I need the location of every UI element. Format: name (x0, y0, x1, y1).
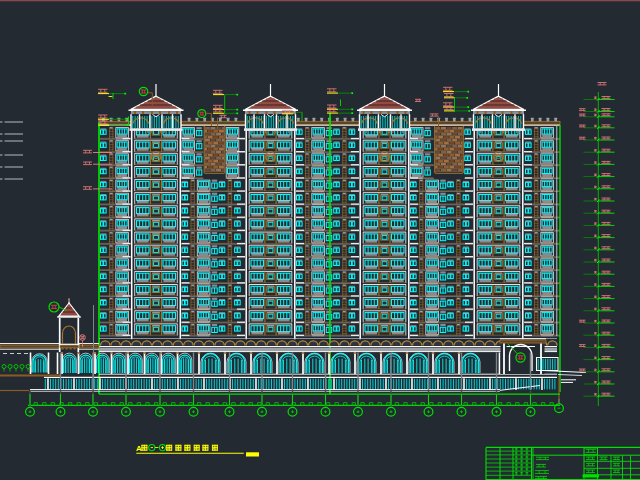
svg-text:A: A (136, 444, 142, 453)
svg-text:~: ~ (155, 444, 159, 451)
